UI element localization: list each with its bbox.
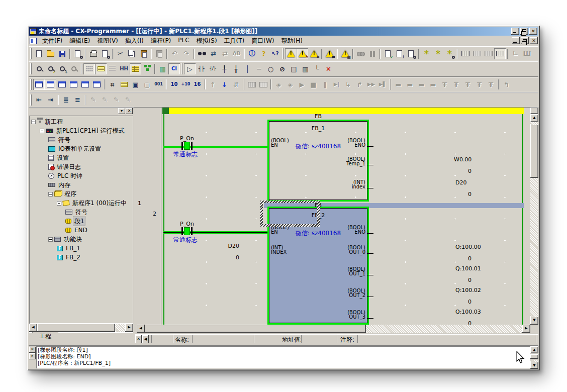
open-file-icon[interactable] — [45, 48, 56, 59]
show-comments-icon[interactable] — [95, 63, 107, 74]
program-window-icon[interactable]: ▣ — [130, 79, 141, 90]
go-back-icon[interactable]: ↰ — [501, 79, 512, 90]
fb-search-icon[interactable]: * — [444, 48, 455, 59]
minimize-button[interactable] — [511, 28, 519, 35]
watch-window-icon[interactable]: ▢ — [141, 79, 153, 90]
about-icon[interactable]: ⓘ — [246, 48, 258, 59]
scroll-thumb[interactable] — [37, 324, 115, 332]
mnemonic-view-icon[interactable]: ▦ — [157, 63, 168, 74]
tree-item-program-symbols[interactable]: 符号 — [29, 208, 133, 217]
tracer-2-icon[interactable]: Ŧ — [450, 79, 462, 90]
sim-multi-scan-icon[interactable]: ◈ — [285, 79, 296, 90]
ladder-vertical-scrollbar[interactable]: ▲ ▼ — [530, 108, 538, 325]
program-online-edit-icon[interactable] — [405, 48, 417, 59]
sim-step-in-icon[interactable]: ↳ — [342, 79, 354, 90]
monitor-signed-decimal-icon[interactable]: +10 — [180, 79, 192, 90]
new-closed-contact-or-icon[interactable]: ╁ — [230, 63, 242, 74]
output-next-icon[interactable]: ▸ — [29, 353, 36, 359]
output-close-icon[interactable]: ✕ — [29, 347, 36, 353]
mdi-child-icon[interactable] — [30, 38, 37, 44]
help-icon[interactable]: ? — [258, 48, 269, 59]
context-help-icon[interactable]: ↖? — [269, 48, 281, 59]
menu-item[interactable]: 文件(F) — [39, 36, 66, 46]
outdent-rung-icon[interactable]: ⇤ — [33, 94, 45, 106]
sim-continuous-step-icon[interactable]: ▶▶ — [365, 79, 377, 90]
rung-margin[interactable]: 1 2 — [135, 108, 161, 325]
menu-item[interactable]: 工具(T) — [221, 36, 248, 46]
scroll-right-icon[interactable]: ▶ — [522, 325, 530, 333]
monitor-hex-icon[interactable]: 16 — [192, 79, 203, 90]
sim-pause-icon[interactable]: ‖ — [319, 79, 331, 90]
io-comment-view-icon[interactable]: CI — [168, 63, 180, 74]
fields-close-icon[interactable]: ✕ — [135, 335, 142, 343]
tab-project[interactable]: 工程 — [32, 332, 58, 341]
pane-splitter-box[interactable] — [530, 108, 538, 114]
monitor-decimal-icon[interactable]: 10 — [168, 79, 180, 90]
tree-item-fb-1[interactable]: FFB_1 — [29, 244, 133, 253]
show-monitor-box-icon[interactable]: HH — [118, 63, 130, 74]
pause-icon[interactable] — [366, 48, 378, 59]
monitor-alarm-icon[interactable] — [285, 48, 297, 59]
rung-list-2-icon[interactable]: ≡ — [72, 94, 83, 106]
plc-memory-3-icon[interactable] — [483, 48, 494, 59]
redo-icon[interactable]: ↷ — [180, 48, 192, 59]
show-program-tree-icon[interactable] — [141, 63, 153, 74]
print-icon[interactable] — [87, 48, 99, 59]
comment-field[interactable] — [357, 335, 536, 343]
tracer-4-icon[interactable]: Ŧ — [474, 79, 485, 90]
compare-with-plc-icon[interactable]: ⇵ — [230, 79, 242, 90]
new-coil-icon[interactable]: ○ — [265, 63, 276, 74]
mark-pen-2-icon[interactable]: ✎ — [99, 94, 111, 106]
fb1-block[interactable]: FB_1 (BOOL) EN 微信: sz400168 (BOOL) ENO (… — [267, 120, 369, 202]
sim-scan-run-icon[interactable]: ◈ — [273, 79, 285, 90]
name-field[interactable] — [192, 335, 254, 343]
tracer-1-icon[interactable]: Ŧ — [439, 79, 450, 90]
cross-reference-icon[interactable]: ⌗ — [107, 79, 118, 90]
tree-item-section-1[interactable]: 段1 — [29, 217, 133, 226]
tree-item-project-root[interactable]: 新工程 — [29, 117, 133, 126]
sim-step-out-icon[interactable]: ↱ — [354, 79, 365, 90]
menu-item[interactable]: 窗口(W) — [248, 36, 277, 46]
tree-item-io-table[interactable]: IO表和单元设置 — [29, 144, 133, 153]
tree-item-function-blocks[interactable]: 功能块 — [29, 235, 133, 244]
menu-item[interactable]: 插入(I) — [122, 36, 147, 46]
expander-icon[interactable] — [48, 237, 53, 242]
online-edit-cancel-icon[interactable]: ▬ — [416, 79, 427, 90]
view-fb-window-icon[interactable] — [45, 79, 56, 90]
fb-generate-icon[interactable]: * — [421, 48, 432, 59]
tracer-5-icon[interactable]: Ŧ — [485, 79, 497, 90]
rung1-contact[interactable] — [181, 142, 193, 150]
expander-icon[interactable] — [48, 192, 53, 197]
rung-list-1-icon[interactable]: ≣ — [60, 94, 72, 106]
tree-item-settings[interactable]: 设置 — [29, 153, 133, 162]
tree-item-error-log[interactable]: 错误日志 — [29, 162, 133, 171]
tree-item-memory[interactable]: 内存 — [29, 180, 133, 189]
fields-prev-icon[interactable]: ◀ — [142, 335, 149, 343]
address-comment-tool-icon[interactable] — [118, 79, 130, 90]
print-preview-icon[interactable] — [99, 48, 111, 59]
tree-item-plc-clock[interactable]: PLC 时钟 — [29, 171, 133, 180]
online-edit-begin-icon[interactable]: ▬ — [393, 79, 404, 90]
menu-item[interactable]: 编辑(E) — [66, 36, 93, 46]
transfer-alarm-icon[interactable]: ⇄ — [324, 48, 335, 59]
transfer-from-plc-icon[interactable]: ↑ — [207, 79, 219, 90]
restore-button[interactable] — [520, 28, 528, 35]
view-io-window-icon[interactable] — [79, 79, 91, 90]
mdi-close-button[interactable]: ✕ — [530, 37, 538, 44]
compile-icon[interactable] — [72, 48, 83, 59]
tree-item-symbols[interactable]: 符号 — [29, 135, 133, 144]
new-closed-coil-icon[interactable]: ⊘ — [276, 63, 288, 74]
mdi-restore-button[interactable] — [521, 37, 529, 44]
rung2-contact[interactable] — [181, 227, 193, 235]
address-reference-icon[interactable]: ⇄ — [208, 48, 219, 59]
sim-run-to-break-icon[interactable]: ▶▌ — [377, 79, 389, 90]
scroll-left-icon[interactable]: ◀ — [137, 325, 145, 333]
ladder-canvas[interactable]: P_On 常通标志 FB FB_1 (BOOL) EN 微信: sz400168… — [161, 108, 530, 325]
undo-icon[interactable]: ↶ — [169, 48, 180, 59]
tree-item-programs[interactable]: 程序 — [29, 189, 133, 199]
tree-item-plc[interactable]: 新PLC1[CP1H] 运行模式 — [29, 126, 133, 135]
indent-rung-icon[interactable]: ⇥ — [45, 94, 56, 106]
view-diagram-icon[interactable] — [33, 79, 45, 90]
new-vertical-down-icon[interactable]: └ — [311, 63, 323, 74]
new-fb-invocation-icon[interactable]: ▥ — [300, 63, 311, 74]
